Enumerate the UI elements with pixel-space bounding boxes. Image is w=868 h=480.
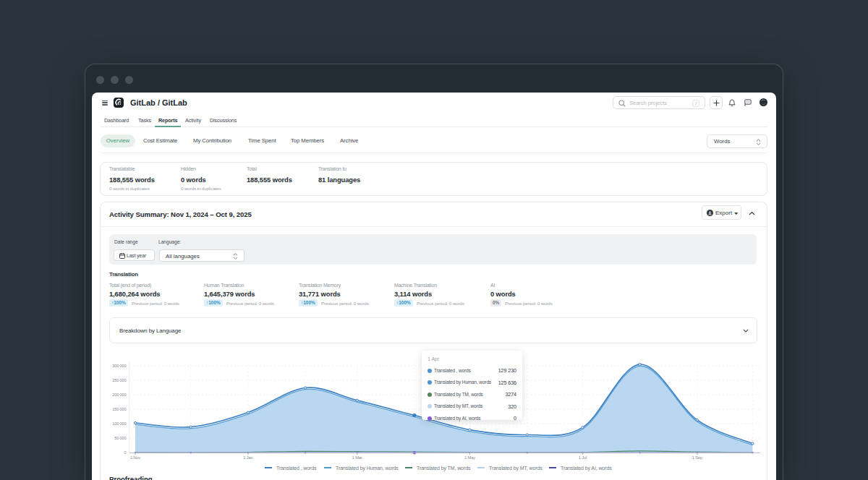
svg-text:50 000: 50 000 <box>114 436 126 440</box>
svg-text:1 Nov: 1 Nov <box>130 455 140 460</box>
svg-text:1 Jan: 1 Jan <box>243 455 252 460</box>
svg-text:300 000: 300 000 <box>112 364 126 368</box>
svg-text:100 000: 100 000 <box>112 421 126 426</box>
svg-text:1 Mar: 1 Mar <box>352 455 362 460</box>
svg-text:200 000: 200 000 <box>112 393 126 397</box>
svg-text:1 Jul: 1 Jul <box>579 455 587 460</box>
svg-text:1 Sep: 1 Sep <box>692 455 702 460</box>
svg-text:250 000: 250 000 <box>112 378 126 382</box>
svg-text:1 May: 1 May <box>464 455 475 460</box>
svg-text:150 000: 150 000 <box>112 407 126 411</box>
svg-text:0: 0 <box>124 450 127 455</box>
